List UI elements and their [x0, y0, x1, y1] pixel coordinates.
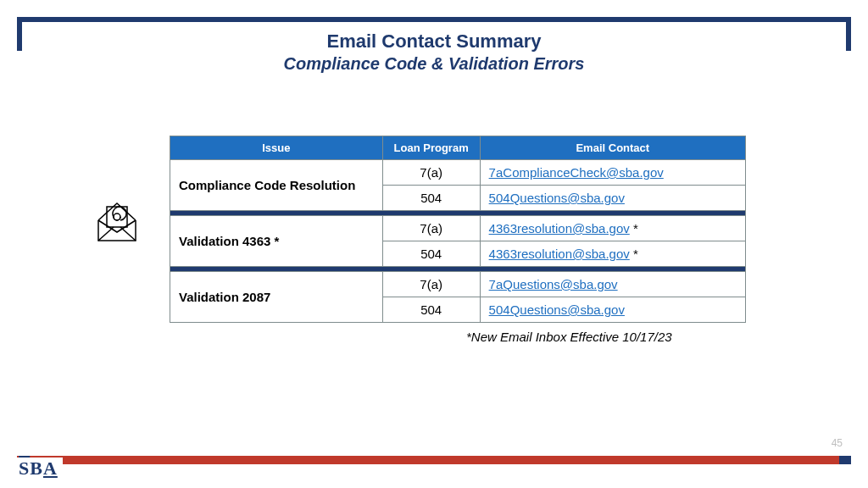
th-email: Email Contact	[480, 136, 745, 160]
cell-program: 7(a)	[382, 272, 480, 297]
cell-program: 504	[382, 241, 480, 267]
cell-email: 504Questions@sba.gov	[480, 186, 745, 211]
email-link[interactable]: 504Questions@sba.gov	[489, 302, 625, 317]
cell-email: 7aQuestions@sba.gov	[480, 272, 745, 297]
cell-email: 504Questions@sba.gov	[480, 297, 745, 323]
slide: Email Contact Summary Compliance Code & …	[0, 0, 868, 488]
cell-issue: Validation 4363 *	[170, 216, 383, 267]
star: *	[630, 221, 638, 236]
cell-issue: Validation 2087	[170, 272, 383, 323]
page-title: Email Contact Summary	[0, 30, 868, 53]
email-link[interactable]: 7aComplianceCheck@sba.gov	[489, 165, 664, 180]
contact-table: Issue Loan Program Email Contact Complia…	[170, 136, 746, 323]
table-row: Compliance Code Resolution 7(a) 7aCompli…	[170, 160, 746, 186]
page-number: 45	[832, 437, 843, 449]
cell-program: 504	[382, 297, 480, 323]
table-row: Validation 4363 * 7(a) 4363resolution@sb…	[170, 216, 746, 241]
envelope-at-icon	[92, 195, 142, 249]
cell-issue: Compliance Code Resolution	[170, 160, 383, 211]
title-block: Email Contact Summary Compliance Code & …	[0, 30, 868, 74]
star: *	[630, 247, 638, 261]
th-issue: Issue	[170, 136, 383, 160]
cell-program: 7(a)	[382, 216, 480, 241]
email-link[interactable]: 504Questions@sba.gov	[489, 191, 625, 205]
page-subtitle: Compliance Code & Validation Errors	[0, 54, 868, 74]
cell-email: 4363resolution@sba.gov *	[480, 216, 745, 241]
table-row: Validation 2087 7(a) 7aQuestions@sba.gov	[170, 272, 746, 297]
email-link[interactable]: 4363resolution@sba.gov	[489, 221, 630, 236]
footnote: *New Email Inbox Effective 10/17/23	[466, 330, 746, 344]
frame-top	[17, 17, 851, 22]
cell-program: 7(a)	[382, 160, 480, 186]
cell-email: 7aComplianceCheck@sba.gov	[480, 160, 745, 186]
cell-program: 504	[382, 186, 480, 211]
email-link[interactable]: 7aQuestions@sba.gov	[489, 277, 618, 291]
bottom-bar	[17, 456, 851, 464]
contact-table-wrap: Issue Loan Program Email Contact Complia…	[170, 136, 746, 344]
email-link[interactable]: 4363resolution@sba.gov	[489, 247, 630, 261]
cell-email: 4363resolution@sba.gov *	[480, 241, 745, 267]
sba-logo: SBA	[14, 458, 63, 480]
th-program: Loan Program	[382, 136, 480, 160]
